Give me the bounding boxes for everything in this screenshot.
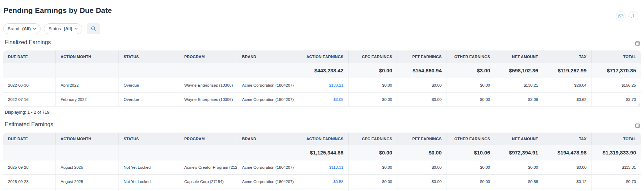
cell-net-amount: $130.21 — [495, 78, 543, 92]
totals-net-amount: $972,394.91 — [495, 145, 543, 160]
status-filter-dropdown[interactable]: Status: (All) — [44, 23, 82, 34]
column-header-cpc-earnings[interactable]: CPC EARNINGS — [348, 133, 397, 145]
cell-other-earnings: $0.00 — [447, 93, 495, 106]
table-grid-icon — [635, 124, 640, 129]
cell-cpc-earnings: $0.00 — [348, 160, 397, 174]
search-button[interactable] — [87, 23, 100, 34]
download-report-button[interactable] — [628, 11, 638, 21]
column-header-net-amount[interactable]: NET AMOUNT — [495, 133, 543, 145]
totals-empty-cell — [179, 63, 237, 78]
cell-pft-earnings: $0.00 — [397, 175, 447, 189]
column-header-brand[interactable]: BRAND — [237, 133, 297, 145]
column-header-tax[interactable]: TAX — [543, 133, 591, 145]
cell-cpc-earnings: $0.00 — [348, 93, 397, 106]
cell-other-earnings: $0.00 — [447, 175, 495, 189]
totals-empty-cell — [55, 63, 118, 78]
column-header-pft-earnings[interactable]: PFT EARNINGS — [397, 50, 447, 63]
column-header-program[interactable]: PROGRAM — [179, 133, 237, 145]
finalized-header-row: DUE DATE ACTION MONTH STATUS PROGRAM BRA… — [3, 50, 641, 63]
cell-due-date: 2022-06-30 — [3, 78, 55, 92]
cell-action-earnings-link[interactable]: $3.08 — [297, 93, 348, 106]
estimated-table-columns-button[interactable] — [635, 124, 641, 128]
cell-net-amount: $3.08 — [495, 93, 543, 106]
finalized-earnings-table: DUE DATE ACTION MONTH STATUS PROGRAM BRA… — [3, 50, 641, 107]
column-header-total[interactable]: TOTAL — [591, 133, 641, 145]
estimated-earnings-title: Estimated Earnings — [5, 121, 53, 128]
totals-empty-cell — [3, 145, 55, 160]
resize-corner-icon[interactable]: ◿ — [637, 103, 640, 106]
column-header-status[interactable]: STATUS — [118, 133, 179, 145]
envelope-icon — [618, 14, 623, 18]
column-header-brand[interactable]: BRAND — [237, 50, 297, 63]
cell-program: Wayne Enterprises (10306) — [179, 93, 237, 106]
cell-total: $113.31 — [591, 160, 641, 174]
column-header-cpc-earnings[interactable]: CPC EARNINGS — [348, 50, 397, 63]
report-actions — [616, 11, 638, 21]
cell-action-month: April 2022 — [55, 78, 118, 92]
totals-other-earnings: $10.06 — [447, 145, 495, 160]
totals-pft-earnings: $154,860.94 — [397, 63, 447, 78]
cell-other-earnings: $0.00 — [447, 78, 495, 92]
table-row: 2022-06-30 April 2022 Overdue Wayne Ente… — [3, 78, 641, 93]
cell-action-earnings-link[interactable]: $0.58 — [297, 175, 348, 189]
cell-net-amount: $0.58 — [495, 175, 543, 189]
totals-pft-earnings: $0.00 — [397, 145, 447, 160]
column-header-other-earnings[interactable]: OTHER EARNINGS — [447, 133, 495, 145]
column-header-due-date[interactable]: DUE DATE — [3, 50, 55, 63]
pending-earnings-page: Pending Earnings by Due Date Brand: (All… — [0, 6, 644, 191]
totals-empty-cell — [55, 145, 118, 160]
totals-net-amount: $598,102.36 — [495, 63, 543, 78]
totals-empty-cell — [179, 145, 237, 160]
table-grid-icon — [635, 41, 640, 47]
column-header-action-month[interactable]: ACTION MONTH — [55, 133, 118, 145]
email-report-button[interactable] — [616, 11, 626, 21]
cell-action-earnings-link[interactable]: $113.31 — [297, 160, 348, 174]
status-filter-label: Status: — [48, 26, 62, 31]
column-header-program[interactable]: PROGRAM — [179, 50, 237, 63]
chevron-down-icon — [32, 28, 36, 30]
column-header-pft-earnings[interactable]: PFT EARNINGS — [397, 133, 447, 145]
cell-program: Acme's Creator Program (212... — [179, 160, 237, 174]
column-header-status[interactable]: STATUS — [118, 50, 179, 63]
cell-tax: $0.12 — [543, 175, 591, 189]
brand-filter-dropdown[interactable]: Brand: (All) — [3, 23, 41, 34]
column-header-other-earnings[interactable]: OTHER EARNINGS — [447, 50, 495, 63]
totals-tax: $194,478.98 — [543, 145, 591, 160]
column-header-tax[interactable]: TAX — [543, 50, 591, 63]
table-row-partial — [3, 189, 641, 191]
column-header-due-date[interactable]: DUE DATE — [3, 133, 55, 145]
cell-due-date: 2025-09-28 — [3, 175, 55, 189]
cell-net-amount: $0.00 — [495, 160, 543, 174]
download-icon — [631, 14, 636, 18]
column-header-action-earnings[interactable]: ACTION EARNINGS — [297, 50, 348, 63]
totals-empty-cell — [118, 145, 179, 160]
page-title: Pending Earnings by Due Date — [3, 6, 641, 15]
estimated-totals-row: $1,125,344.86 $0.00 $0.00 $10.06 $972,39… — [3, 145, 641, 160]
column-header-total[interactable]: TOTAL — [591, 50, 641, 63]
finalized-table-columns-button[interactable] — [635, 41, 641, 46]
cell-total: $156.25 — [591, 78, 641, 92]
cell-action-month: August 2025 — [55, 175, 118, 189]
cell-total: $3.70 — [591, 93, 641, 106]
column-header-net-amount[interactable]: NET AMOUNT — [495, 50, 543, 63]
table-row: 2025-09-28 August 2025 Not Yet Locked Ac… — [3, 160, 641, 175]
cell-action-month: August 2025 — [55, 160, 118, 174]
cell-action-earnings-link[interactable]: $130.21 — [297, 78, 348, 92]
totals-total: $717,370.35 — [591, 63, 641, 78]
totals-cpc-earnings: $0.00 — [348, 145, 397, 160]
filter-bar: Brand: (All) Status: (All) — [3, 23, 641, 34]
cell-pft-earnings: $0.00 — [397, 78, 447, 92]
table-row: 2022-07-16 February 2022 Overdue Wayne E… — [3, 93, 641, 107]
totals-other-earnings: $3.00 — [447, 63, 495, 78]
cell-program: Capsule Corp (27154) — [179, 175, 237, 189]
cell-total: $0.70 — [591, 175, 641, 189]
cell-status: Not Yet Locked — [118, 175, 179, 189]
cell-status: Overdue — [118, 78, 179, 92]
column-header-action-month[interactable]: ACTION MONTH — [55, 50, 118, 63]
totals-empty-cell — [237, 145, 297, 160]
column-header-action-earnings[interactable]: ACTION EARNINGS — [297, 133, 348, 145]
cell-action-month: February 2022 — [55, 93, 118, 106]
finalized-earnings-title: Finalized Earnings — [5, 39, 51, 46]
chevron-down-icon — [74, 28, 78, 30]
cell-due-date: 2022-07-16 — [3, 93, 55, 106]
